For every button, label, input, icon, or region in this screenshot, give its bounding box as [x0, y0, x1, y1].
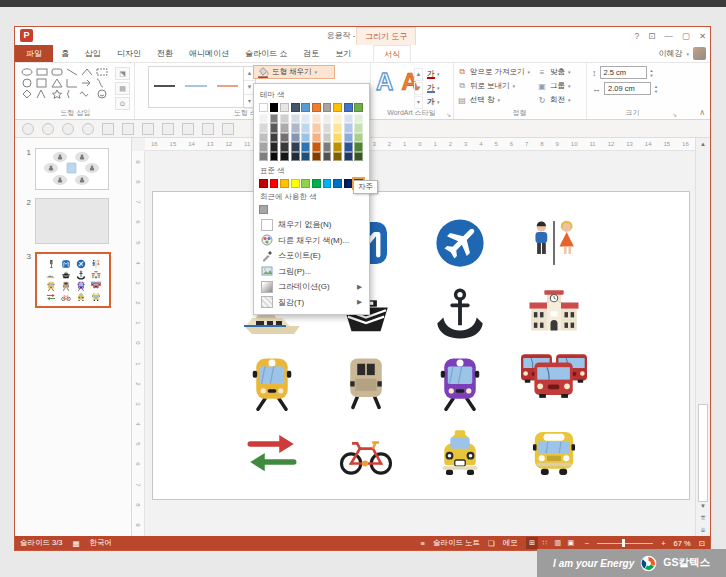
slide-icon-transfer-arrows[interactable]	[243, 424, 301, 486]
slide-icon-bicycle[interactable]	[338, 425, 394, 485]
theme-variant-swatch[interactable]	[259, 114, 268, 123]
gallery-up-icon[interactable]: ▲	[414, 68, 423, 81]
text-box-icon[interactable]: ▤	[115, 82, 130, 95]
theme-variant-swatch[interactable]	[323, 133, 332, 142]
shape-gallery[interactable]	[20, 67, 112, 99]
zoom-in-icon[interactable]: +	[661, 539, 665, 548]
theme-variant-swatch[interactable]	[323, 123, 332, 132]
slide-icon-train-beige[interactable]	[338, 355, 394, 415]
theme-variant-swatch[interactable]	[333, 142, 342, 151]
menu-item-picture[interactable]: 그림(P)...	[259, 263, 364, 279]
slide-icon-anchor[interactable]	[432, 285, 488, 345]
vertical-scrollbar[interactable]: ▲ ▼ ⇈ ⇊	[695, 138, 710, 536]
qat-icon-11[interactable]	[222, 123, 234, 135]
theme-variant-swatch[interactable]	[344, 133, 353, 142]
theme-color-swatch[interactable]	[354, 103, 363, 112]
scroll-up-icon[interactable]: ▲	[696, 138, 710, 150]
slide-thumbnail-2[interactable]	[35, 198, 109, 244]
theme-variant-swatch[interactable]	[354, 123, 363, 132]
standard-color-swatch[interactable]	[333, 179, 342, 188]
qat-icon-6[interactable]	[122, 123, 134, 135]
previous-slide-icon[interactable]: ⇈	[696, 512, 710, 524]
slide-sorter-icon[interactable]: ∷	[539, 537, 551, 549]
qat-icon-2[interactable]	[42, 123, 54, 135]
shape-fill-button[interactable]: 도형 채우기 ▾	[253, 65, 335, 79]
theme-variant-swatch[interactable]	[259, 123, 268, 132]
text-effects-button[interactable]: 가▾	[427, 95, 440, 108]
theme-variant-swatch[interactable]	[291, 123, 300, 132]
menu-item-no-fill[interactable]: 채우기 없음(N)	[259, 217, 364, 233]
scroll-down-icon[interactable]: ▼	[696, 500, 710, 512]
qat-icon-10[interactable]	[202, 123, 214, 135]
scrollbar-thumb[interactable]	[698, 404, 708, 502]
arrange-맞춤[interactable]: ≡맞춤▾	[537, 66, 571, 78]
theme-color-swatch[interactable]	[333, 103, 342, 112]
theme-variant-swatch[interactable]	[312, 142, 321, 151]
tab-검토[interactable]: 검토	[295, 45, 327, 62]
fit-to-window-icon[interactable]: ⊡	[699, 539, 705, 548]
theme-color-swatch[interactable]	[323, 103, 332, 112]
wordart-gallery[interactable]: A A	[376, 67, 419, 97]
slide-icon-airplane-sign[interactable]	[432, 215, 488, 275]
theme-variant-swatch[interactable]	[333, 133, 342, 142]
qat-icon-7[interactable]	[142, 123, 154, 135]
theme-variant-swatch[interactable]	[333, 123, 342, 132]
tab-홈[interactable]: 홈	[53, 45, 77, 62]
theme-variant-swatch[interactable]	[270, 152, 279, 161]
theme-variant-swatch[interactable]	[291, 142, 300, 151]
theme-variant-swatch[interactable]	[312, 152, 321, 161]
theme-variant-swatch[interactable]	[333, 152, 342, 161]
shape-style-gallery[interactable]: ▲ ▼ ▾	[148, 66, 256, 108]
dialog-launcher-icon[interactable]: ⇘	[672, 111, 677, 118]
tab-슬라이드 쇼[interactable]: 슬라이드 쇼	[237, 45, 295, 62]
theme-variant-swatch[interactable]	[291, 133, 300, 142]
recent-color-swatch[interactable]	[259, 205, 268, 214]
theme-variant-swatch[interactable]	[259, 152, 268, 161]
arrange-그룹[interactable]: ▣그룹▾	[537, 80, 571, 92]
theme-variant-swatch[interactable]	[270, 114, 279, 123]
qat-icon-5[interactable]	[102, 123, 114, 135]
theme-color-swatch[interactable]	[270, 103, 279, 112]
theme-variant-swatch[interactable]	[323, 142, 332, 151]
theme-variant-swatch[interactable]	[312, 133, 321, 142]
arrange-앞으로 가져오기[interactable]: ⧉앞으로 가져오기▾	[457, 66, 530, 78]
theme-variant-swatch[interactable]	[259, 142, 268, 151]
tab-디자인[interactable]: 디자인	[109, 45, 149, 62]
slide-thumbnail-1[interactable]	[35, 148, 109, 190]
theme-variant-swatch[interactable]	[344, 123, 353, 132]
close-icon[interactable]: ✕	[699, 31, 706, 41]
tab-전환[interactable]: 전환	[149, 45, 181, 62]
theme-variant-swatch[interactable]	[301, 114, 310, 123]
theme-variant-swatch[interactable]	[344, 114, 353, 123]
theme-color-swatch[interactable]	[291, 103, 300, 112]
theme-variant-swatch[interactable]	[333, 114, 342, 123]
theme-variant-swatch[interactable]	[301, 152, 310, 161]
standard-color-swatch[interactable]	[259, 179, 268, 188]
gallery-down-icon[interactable]: ▼	[414, 82, 423, 95]
text-outline-button[interactable]: 가▾	[427, 81, 440, 94]
standard-color-swatch[interactable]	[280, 179, 289, 188]
minimize-icon[interactable]: —	[664, 31, 673, 41]
theme-variant-swatch[interactable]	[301, 133, 310, 142]
ribbon-display-options-icon[interactable]: ⊡	[648, 31, 655, 41]
standard-color-swatch[interactable]	[301, 179, 310, 188]
theme-variant-swatch[interactable]	[270, 133, 279, 142]
theme-variant-swatch[interactable]	[312, 114, 321, 123]
qat-icon-4[interactable]	[82, 123, 94, 135]
tab-삽입[interactable]: 삽입	[77, 45, 109, 62]
zoom-slider-thumb[interactable]	[622, 539, 625, 547]
arrange-뒤로 보내기[interactable]: ⧉뒤로 보내기▾	[457, 80, 530, 92]
theme-variant-swatch[interactable]	[344, 142, 353, 151]
qat-icon-1[interactable]	[22, 123, 34, 135]
theme-variant-swatch[interactable]	[280, 133, 289, 142]
tab-애니메이션[interactable]: 애니메이션	[181, 45, 237, 62]
slide-canvas[interactable]	[152, 191, 690, 500]
theme-variant-swatch[interactable]	[354, 133, 363, 142]
theme-variant-swatch[interactable]	[354, 152, 363, 161]
text-fill-button[interactable]: 가▾	[427, 67, 440, 80]
standard-color-swatch[interactable]	[323, 179, 332, 188]
menu-item-eyedropper[interactable]: 스포이트(E)	[259, 248, 364, 264]
normal-view-icon[interactable]: ⊞	[526, 537, 538, 549]
theme-color-swatch[interactable]	[301, 103, 310, 112]
tab-format[interactable]: 서식	[373, 45, 411, 62]
